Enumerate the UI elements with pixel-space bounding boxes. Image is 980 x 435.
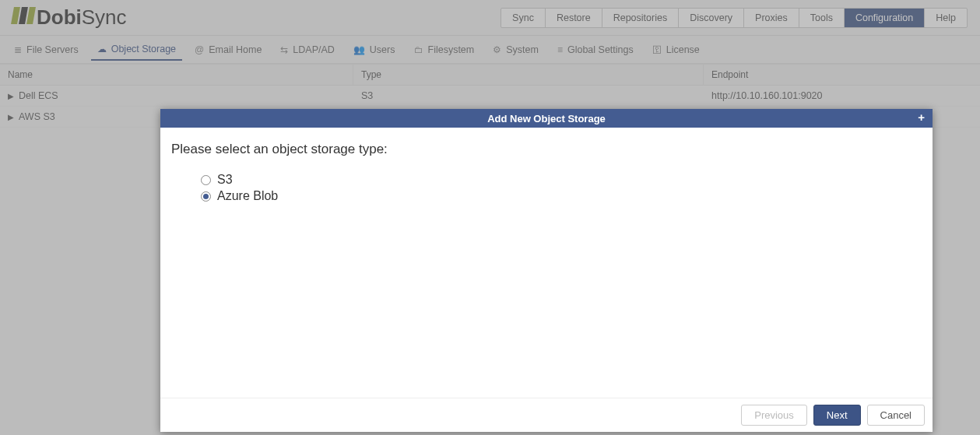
radio-label: Azure Blob [217,189,278,203]
cancel-button[interactable]: Cancel [867,405,925,426]
previous-button[interactable]: Previous [741,405,807,426]
radio-icon[interactable] [201,191,211,202]
dialog-body: Please select an object storage type: S3… [160,128,933,398]
dialog-title: Add New Object Storage [487,113,606,125]
radio-option-s3[interactable]: S3 [201,173,922,187]
dialog-header: Add New Object Storage + [160,109,933,128]
radio-icon[interactable] [201,175,211,185]
add-object-storage-dialog: Add New Object Storage + Please select a… [160,109,933,432]
dialog-footer: Previous Next Cancel [160,398,933,432]
radio-option-azure-blob[interactable]: Azure Blob [201,189,922,203]
radio-label: S3 [217,173,233,187]
next-button[interactable]: Next [813,405,861,426]
storage-type-radio-group: S3Azure Blob [201,173,922,203]
dialog-prompt: Please select an object storage type: [171,142,922,157]
dialog-expand-icon[interactable]: + [918,111,925,124]
